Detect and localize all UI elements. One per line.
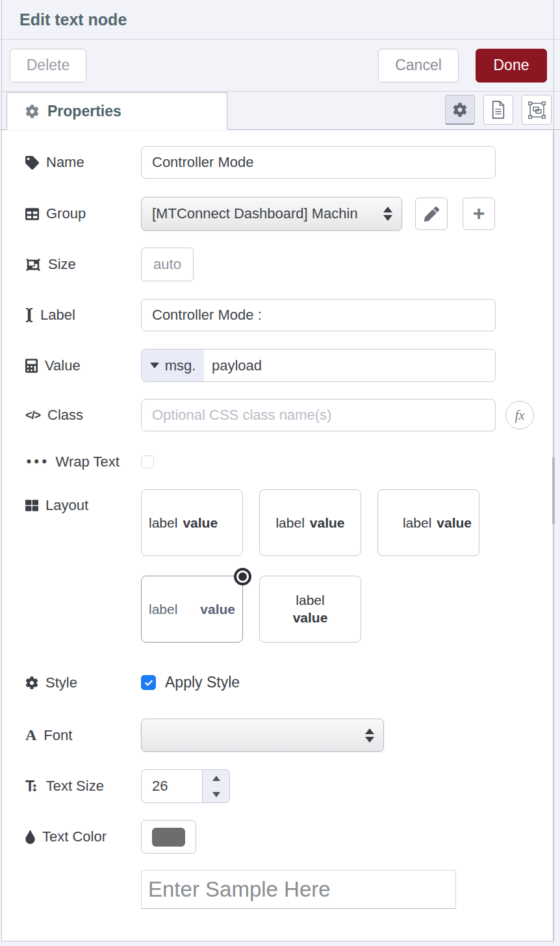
layout-option-row-right[interactable]: label value bbox=[377, 489, 479, 556]
layout-option-row-center[interactable]: label value bbox=[259, 489, 361, 556]
label-row: Label bbox=[2, 299, 553, 331]
dialog-header: Edit text node bbox=[0, 0, 560, 40]
pencil-icon bbox=[424, 207, 439, 222]
gear-icon bbox=[25, 105, 39, 118]
text-color-label-group: Text Color bbox=[2, 828, 141, 845]
group-label-group: Group bbox=[2, 205, 141, 222]
size-auto-button[interactable]: auto bbox=[141, 248, 194, 281]
apply-style-checkbox[interactable] bbox=[141, 675, 156, 690]
properties-tab-button[interactable] bbox=[445, 95, 475, 125]
text-height-icon: T↕ bbox=[25, 778, 39, 795]
text-size-label-group: T↕ Text Size bbox=[2, 778, 141, 795]
layout-option-column-center[interactable]: label value bbox=[259, 576, 361, 643]
caret-down-icon bbox=[150, 363, 159, 368]
value-label: Value bbox=[45, 357, 81, 374]
label-label-group: Label bbox=[2, 307, 141, 324]
label-input[interactable] bbox=[141, 299, 496, 331]
select-arrows-icon bbox=[365, 728, 374, 743]
layout-options: label value label value label value labe… bbox=[141, 489, 479, 643]
layout-sample-label: label bbox=[403, 515, 431, 531]
layout-sample-label: label bbox=[296, 593, 324, 608]
style-label-group: Style bbox=[2, 674, 141, 691]
value-input-field[interactable]: payload bbox=[204, 350, 495, 381]
plus-icon: + bbox=[473, 203, 485, 224]
sample-row bbox=[141, 870, 553, 909]
layout-sample-value: value bbox=[293, 610, 328, 626]
layout-sample-value: value bbox=[183, 515, 218, 531]
name-input[interactable] bbox=[141, 146, 496, 179]
text-color-label: Text Color bbox=[42, 828, 107, 845]
value-row: Value msg. payload bbox=[2, 349, 553, 382]
class-input[interactable] bbox=[141, 399, 496, 431]
name-row: Name bbox=[2, 146, 553, 179]
cancel-button[interactable]: Cancel bbox=[378, 49, 459, 83]
spinner-up-button[interactable] bbox=[203, 770, 229, 786]
spinner-down-button[interactable] bbox=[203, 786, 229, 802]
edit-group-button[interactable] bbox=[415, 198, 448, 230]
wrap-text-label: Wrap Text bbox=[56, 454, 120, 470]
class-row: </> Class fx bbox=[2, 399, 553, 431]
description-tab-button[interactable] bbox=[483, 95, 513, 125]
value-type-label: msg. bbox=[165, 357, 196, 374]
text-size-row: T↕ Text Size bbox=[2, 769, 553, 803]
delete-button[interactable]: Delete bbox=[10, 49, 86, 83]
text-size-input[interactable] bbox=[141, 769, 202, 803]
value-label-group: Value bbox=[2, 357, 141, 374]
size-label-group: Size bbox=[2, 256, 141, 273]
layout-sample-label: label bbox=[275, 515, 304, 531]
name-label: Name bbox=[46, 154, 84, 171]
dialog-button-bar: Delete Cancel Done bbox=[0, 40, 560, 92]
sample-text-input[interactable] bbox=[141, 870, 456, 909]
done-button[interactable]: Done bbox=[476, 49, 547, 83]
class-label-group: </> Class bbox=[2, 407, 141, 424]
text-color-button[interactable] bbox=[141, 820, 196, 854]
wrap-label-group: ••• Wrap Text bbox=[2, 454, 141, 470]
font-select[interactable] bbox=[141, 719, 384, 752]
document-icon bbox=[490, 101, 506, 119]
style-row: Style Apply Style bbox=[2, 674, 553, 691]
object-group-icon bbox=[25, 258, 41, 272]
i-cursor-icon bbox=[25, 308, 33, 322]
layout-sample-value: value bbox=[200, 602, 235, 617]
droplet-icon bbox=[25, 830, 35, 844]
size-label: Size bbox=[48, 256, 76, 273]
table-icon bbox=[25, 207, 39, 221]
font-label-group: A Font bbox=[2, 726, 141, 744]
text-size-spinner bbox=[141, 769, 230, 803]
group-select-value: [MTConnect Dashboard] Machin bbox=[152, 205, 383, 222]
layout-sample-value: value bbox=[437, 515, 472, 531]
add-group-button[interactable]: + bbox=[463, 198, 495, 230]
name-label-group: Name bbox=[2, 154, 141, 171]
layout-label: Layout bbox=[45, 497, 88, 514]
layout-option-row-spread[interactable]: label value bbox=[141, 576, 243, 643]
layout-sample-value: value bbox=[310, 515, 345, 531]
object-frame-icon bbox=[528, 101, 546, 119]
layout-sample-label: label bbox=[149, 515, 177, 531]
layout-option-row-left[interactable]: label value bbox=[141, 489, 243, 556]
class-label: Class bbox=[47, 407, 83, 424]
tab-properties-label: Properties bbox=[47, 103, 121, 120]
fx-button[interactable]: fx bbox=[505, 401, 534, 429]
value-typed-input: msg. payload bbox=[141, 349, 496, 382]
value-type-dropdown[interactable]: msg. bbox=[142, 350, 204, 381]
editor-tab-bar: Properties bbox=[0, 92, 560, 130]
layout-sample-label: label bbox=[149, 602, 177, 617]
text-color-swatch bbox=[152, 828, 185, 847]
gear-icon bbox=[25, 676, 38, 689]
dialog-title: Edit text node bbox=[19, 10, 127, 29]
text-color-row: Text Color bbox=[2, 820, 553, 854]
text-size-label: Text Size bbox=[46, 778, 104, 795]
font-icon: A bbox=[25, 726, 36, 744]
spinner-buttons bbox=[202, 769, 230, 803]
group-label: Group bbox=[46, 205, 86, 222]
code-icon: </> bbox=[25, 409, 40, 422]
appearance-tab-button[interactable] bbox=[522, 95, 552, 125]
tab-properties[interactable]: Properties bbox=[6, 92, 227, 130]
wrap-text-checkbox[interactable] bbox=[141, 455, 154, 468]
size-row: Size auto bbox=[2, 248, 553, 281]
select-arrows-icon bbox=[383, 207, 392, 221]
scrollbar-thumb[interactable] bbox=[552, 457, 555, 524]
wrap-text-row: ••• Wrap Text bbox=[2, 454, 553, 470]
layout-label-group: Layout bbox=[2, 489, 141, 514]
group-select[interactable]: [MTConnect Dashboard] Machin bbox=[141, 197, 402, 231]
